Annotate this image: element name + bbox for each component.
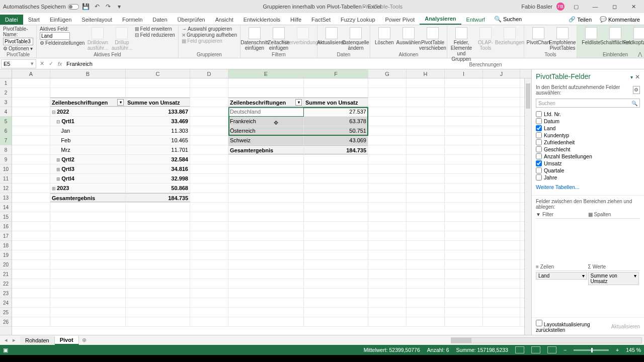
insert-slicer-button[interactable]: Datenschnitt einfügen (244, 26, 266, 51)
headers-toggle[interactable]: Feldkopfzeilen (628, 26, 644, 45)
pane-close-icon[interactable]: ✕ (635, 73, 640, 80)
comments-button[interactable]: 💬 Kommentare (596, 14, 644, 25)
spreadsheet-grid[interactable]: A B C D E F G H I J 12345678910111213141… (0, 69, 531, 335)
fieldlist-toggle[interactable]: Feldliste (580, 26, 602, 45)
close-icon[interactable]: ✕ (626, 2, 641, 12)
formula-input[interactable]: Frankreich (64, 61, 644, 67)
tab-entwicklertools[interactable]: Entwicklertools (238, 15, 285, 25)
pivottable-name-input[interactable] (3, 38, 33, 45)
clear-button[interactable]: Löschen (373, 26, 395, 45)
zoom-out-icon[interactable]: − (564, 347, 567, 353)
area-rows[interactable]: ≡ Zeilen Land▾ (536, 263, 588, 315)
pane-dropdown-icon[interactable]: ▾ (630, 74, 633, 80)
view-pagebreak-icon[interactable] (547, 346, 556, 353)
accept-formula-icon[interactable]: ✓ (46, 60, 55, 67)
tab-einfuegen[interactable]: Einfügen (45, 15, 76, 25)
tab-analysieren[interactable]: Analysieren (420, 14, 461, 25)
avatar[interactable]: FB (556, 3, 565, 11)
area-columns[interactable]: ▦ Spalten (588, 211, 640, 263)
field-Datum[interactable]: Datum (536, 118, 640, 125)
name-box[interactable]: E5▾ (1, 59, 36, 68)
redo-icon[interactable]: ↷ (104, 3, 112, 11)
row-headers[interactable]: 1234567891011121314151617181920212223242… (0, 78, 12, 335)
area-filters[interactable]: ▼ Filter (536, 211, 588, 263)
active-field-input[interactable] (40, 32, 70, 40)
ungroup-button[interactable]: ⤫ Gruppierung aufheben (182, 32, 237, 38)
zoom-level[interactable]: 145 % (626, 347, 641, 353)
field-Umsatz[interactable]: Umsatz (536, 160, 640, 167)
tab-entwurf[interactable]: Entwurf (461, 15, 490, 25)
area-values[interactable]: Σ Werte Summe von Umsatz▾ (588, 263, 640, 315)
ribbon-mode-icon[interactable]: ▢ (569, 2, 584, 12)
share-button[interactable]: 🔗 Teilen (565, 14, 596, 25)
zoom-in-icon[interactable]: + (616, 347, 619, 353)
more-tables-link[interactable]: Weitere Tabellen... (532, 182, 644, 192)
user-name[interactable]: Fabio Basler (521, 4, 552, 10)
insert-timeline-button[interactable]: Zeitachse einfügen (268, 26, 290, 51)
title-bar: Automatisches Speichern 💾 ↶ ↷ ▾ Gruppier… (0, 0, 644, 13)
column-headers[interactable]: A B C D E F G H I J (0, 69, 531, 78)
tab-ansicht[interactable]: Ansicht (210, 15, 238, 25)
pane-layout-icon[interactable]: ⚙ (633, 86, 640, 94)
field-Land[interactable]: Land (536, 125, 640, 132)
tab-ueberpruefen[interactable]: Überprüfen (173, 15, 210, 25)
tab-daten[interactable]: Daten (147, 15, 172, 25)
area-value-item[interactable]: Summe von Umsatz▾ (588, 272, 639, 285)
move-pivot-button[interactable]: PivotTable verschieben (422, 26, 444, 51)
undo-icon[interactable]: ↶ (93, 3, 101, 11)
area-row-item[interactable]: Land▾ (536, 272, 587, 280)
pivottable-options-button[interactable]: ⚙ Optionen ▾ (3, 46, 33, 51)
field-Quartale[interactable]: Quartale (536, 167, 640, 174)
filter-dropdown-icon[interactable]: ▾ (295, 99, 302, 106)
search-icon: 🔍 (494, 16, 502, 23)
field-Lfd. Nr.[interactable]: Lfd. Nr. (536, 111, 640, 118)
fields-items-button[interactable]: Felder, Elemente und Gruppen (450, 26, 472, 62)
field-search-input[interactable]: Suchen 🔍 (536, 99, 640, 108)
field-Anzahl Bestellungen[interactable]: Anzahl Bestellungen (536, 153, 640, 160)
tab-formeln[interactable]: Formeln (117, 15, 147, 25)
sheet-tab-pivot[interactable]: Pivot (55, 336, 79, 345)
tab-file[interactable]: Datei (0, 15, 23, 25)
field-Geschlecht[interactable]: Geschlecht (536, 146, 640, 153)
macro-record-icon[interactable]: ▣ (3, 347, 8, 353)
sheet-nav-prev-icon[interactable]: ◂ (5, 337, 8, 343)
maximize-icon[interactable]: ◻ (607, 2, 622, 12)
field-Jahre[interactable]: Jahre (536, 174, 640, 181)
add-sheet-icon[interactable]: ⊕ (79, 337, 90, 343)
collapse-field-button[interactable]: ⊟ Feld reduzieren (135, 32, 175, 38)
field-settings-button[interactable]: ⚙ Feldeinstellungen (40, 40, 85, 46)
view-pagelayout-icon[interactable] (531, 346, 540, 353)
zoom-slider[interactable] (574, 349, 609, 351)
refresh-button[interactable]: Aktualisieren (320, 26, 343, 45)
filter-dropdown-icon[interactable]: ▾ (117, 99, 124, 106)
tab-fuzzy[interactable]: Fuzzy Lookup (336, 15, 380, 25)
view-normal-icon[interactable] (515, 346, 524, 353)
context-tool-label: PivotTable-Tools (362, 4, 403, 10)
autosave-toggle[interactable]: Automatisches Speichern (3, 4, 79, 10)
defer-layout-checkbox[interactable]: Layoutaktualisierung zurückstellen (536, 320, 611, 333)
tell-me-search[interactable]: 🔍Suchen (490, 14, 526, 25)
expand-field-button[interactable]: ⊞ Feld erweitern (135, 26, 175, 32)
tab-start[interactable]: Start (23, 15, 45, 25)
cancel-formula-icon[interactable]: ✕ (37, 60, 46, 67)
fx-icon[interactable]: fx (55, 61, 64, 67)
sheet-nav-next-icon[interactable]: ▸ (13, 337, 16, 343)
tab-powerpivot[interactable]: Power Pivot (380, 15, 420, 25)
tab-seitenlayout[interactable]: Seitenlayout (76, 15, 117, 25)
sheet-tab-rohdaten[interactable]: Rohdaten (20, 336, 55, 344)
qat-dropdown-icon[interactable]: ▾ (115, 3, 123, 11)
horizontal-scrollbar[interactable] (451, 337, 642, 343)
tab-factset[interactable]: FactSet (306, 15, 336, 25)
recommended-pivots-button[interactable]: Empfohlene PivotTables (551, 26, 574, 51)
save-icon[interactable]: 💾 (82, 3, 90, 11)
select-button[interactable]: Auswählen (397, 26, 420, 45)
group-selection-button[interactable]: → Auswahl gruppieren (182, 26, 237, 32)
tab-hilfe[interactable]: Hilfe (285, 15, 306, 25)
field-Zufriedenheit[interactable]: Zufriedenheit (536, 139, 640, 146)
pivotchart-button[interactable]: PivotChart (527, 26, 549, 45)
minimize-icon[interactable]: — (588, 2, 603, 12)
collapse-ribbon-icon[interactable]: ⋀ (638, 51, 642, 57)
change-datasource-button[interactable]: Datenquelle ändern (345, 26, 367, 51)
field-Kundentyp[interactable]: Kundentyp (536, 132, 640, 139)
vertical-scrollbar[interactable] (524, 78, 531, 335)
